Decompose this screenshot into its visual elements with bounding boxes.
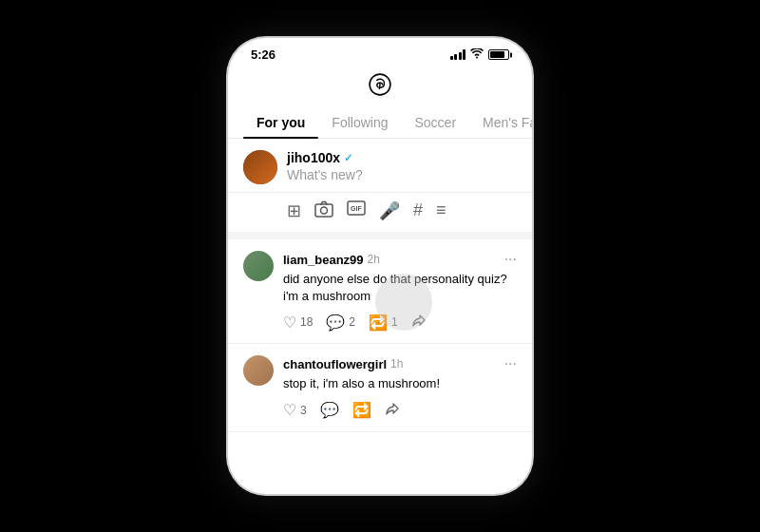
post-1-comment-count: 2 (349, 315, 355, 329)
post-2-meta: chantouflowergirl 1h ··· (283, 355, 517, 372)
svg-text:GIF: GIF (351, 205, 362, 212)
new-post-area: jiho100x ✓ What's new? (228, 139, 532, 193)
post-2-repost-button[interactable]: 🔁 (352, 401, 371, 419)
post-2-content: chantouflowergirl 1h ··· stop it, i'm al… (283, 355, 517, 419)
phone-frame: 5:26 (228, 38, 532, 494)
hashtag-icon[interactable]: # (413, 200, 423, 222)
post-1-meta: liam_beanz99 2h ··· (283, 251, 517, 268)
post-2-text: stop it, i'm also a mushroom! (283, 375, 517, 392)
logo-area (228, 66, 532, 107)
list-icon[interactable]: ≡ (436, 200, 446, 222)
post-1-like-count: 18 (300, 315, 313, 329)
current-user-name-row: jiho100x ✓ (287, 150, 507, 165)
svg-point-1 (321, 207, 328, 214)
heart-icon-2: ♡ (283, 401, 296, 419)
media-icon[interactable]: ⊞ (287, 200, 301, 222)
share-icon-2 (385, 401, 400, 420)
post-item-1: liam_beanz99 2h ··· did anyone else do t… (228, 239, 532, 344)
battery-icon (488, 49, 509, 60)
share-icon (411, 313, 427, 332)
post-input-area: jiho100x ✓ What's new? (277, 150, 517, 182)
comment-icon: 💬 (326, 314, 345, 332)
wifi-icon (470, 48, 484, 62)
post-1-username: liam_beanz99 (283, 253, 364, 267)
post-2-actions: ♡ 3 💬 🔁 (283, 401, 517, 420)
post-2-more-button[interactable]: ··· (504, 355, 517, 372)
threads-logo (365, 69, 395, 100)
mic-icon[interactable]: 🎤 (379, 200, 400, 222)
heart-icon: ♡ (283, 314, 296, 332)
time-display: 5:26 (251, 48, 276, 62)
current-user-avatar (243, 150, 277, 184)
post-2-avatar (243, 355, 274, 386)
tab-mens-fashion[interactable]: Men's Fas (469, 107, 532, 138)
post-1-time: 2h (368, 253, 380, 266)
current-username: jiho100x (287, 150, 340, 165)
post-1-avatar (243, 251, 274, 281)
signal-icon (450, 49, 466, 60)
post-header-1: liam_beanz99 2h ··· did anyone else do t… (243, 251, 517, 332)
post-2-username: chantouflowergirl (283, 357, 387, 371)
post-1-repost-button[interactable]: 🔁 1 (369, 314, 398, 332)
post-toolbar: ⊞ GIF 🎤 # ≡ (228, 193, 532, 239)
post-2-time: 1h (390, 357, 403, 370)
post-2-user-info: chantouflowergirl 1h (283, 357, 403, 371)
post-2-comment-button[interactable]: 💬 (320, 401, 339, 419)
post-1-more-button[interactable]: ··· (504, 251, 517, 268)
svg-rect-0 (315, 204, 332, 217)
post-2-like-button[interactable]: ♡ 3 (283, 401, 307, 419)
repost-icon: 🔁 (369, 314, 388, 332)
comment-icon-2: 💬 (320, 401, 339, 419)
post-1-repost-count: 1 (391, 315, 398, 329)
post-1-like-button[interactable]: ♡ 18 (283, 314, 313, 332)
tab-soccer[interactable]: Soccer (401, 107, 469, 138)
post-item-2: chantouflowergirl 1h ··· stop it, i'm al… (228, 344, 532, 431)
post-1-comment-button[interactable]: 💬 2 (326, 314, 355, 332)
post-1-content: liam_beanz99 2h ··· did anyone else do t… (283, 251, 517, 332)
camera-icon[interactable] (314, 200, 333, 222)
tab-following[interactable]: Following (318, 107, 401, 138)
post-placeholder[interactable]: What's new? (287, 167, 507, 182)
tabs-bar: For you Following Soccer Men's Fas (228, 107, 532, 139)
post-2-share-button[interactable] (385, 401, 400, 420)
post-header-2: chantouflowergirl 1h ··· stop it, i'm al… (243, 355, 517, 419)
post-1-actions: ♡ 18 💬 2 🔁 1 (283, 313, 517, 332)
post-1-share-button[interactable] (411, 313, 427, 332)
repost-icon-2: 🔁 (352, 401, 371, 419)
verified-badge-icon: ✓ (344, 151, 353, 164)
post-1-text: did anyone else do that personality quiz… (283, 271, 517, 305)
status-bar: 5:26 (228, 38, 532, 66)
gif-icon[interactable]: GIF (347, 200, 366, 222)
post-1-user-info: liam_beanz99 2h (283, 253, 380, 267)
status-icons (450, 48, 510, 62)
tab-for-you[interactable]: For you (243, 107, 318, 138)
post-2-like-count: 3 (300, 404, 307, 417)
